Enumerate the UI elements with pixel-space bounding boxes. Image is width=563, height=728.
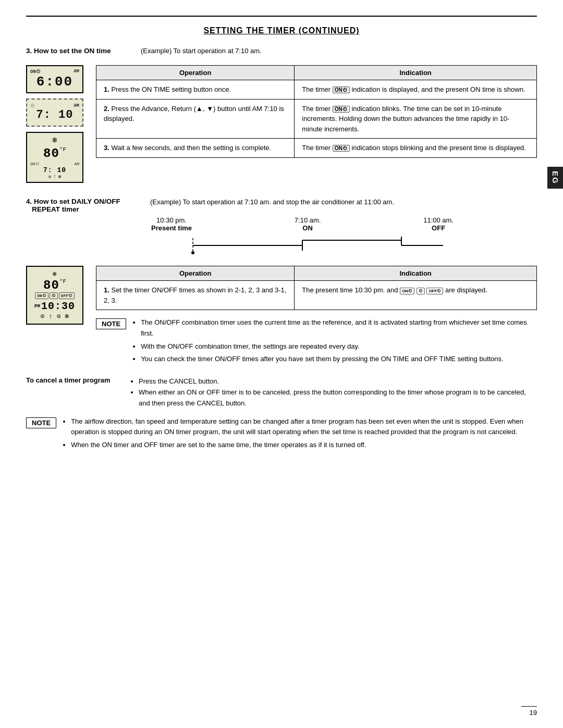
- step1-num-s4: 1.: [104, 286, 109, 294]
- section4-header: 4. How to set DAILY ON/OFF REPEAT timer: [26, 198, 141, 213]
- note-label-1: NOTE: [96, 318, 126, 329]
- timeline-svg: [151, 233, 454, 259]
- note1-item3: You can check the timer ON/OFF times aft…: [141, 354, 537, 365]
- cancel-content: Press the CANCEL button. When either an …: [129, 376, 537, 409]
- on-timer-icon: ON⏲: [333, 87, 350, 93]
- lcd4-pm-area: PM 10:30: [34, 300, 75, 312]
- lcd3-degree: °F: [59, 146, 66, 153]
- lcd3-on-label: ON⏲: [30, 162, 40, 166]
- section3-row3-ind: The timer ON⏲ indication stops blinking …: [295, 139, 537, 158]
- lcd4-icons: ⊙ ↑ ⊙ ❄: [41, 312, 69, 320]
- table-row: 1. Set the timer ON/OFF times as shown i…: [96, 281, 537, 310]
- lcd4-icon1: ⊙: [41, 313, 45, 320]
- section4-example: (Example) To start operation at 7:10 am.…: [150, 198, 394, 206]
- lcd3-bottom: ON⏲ AM: [30, 162, 79, 166]
- step3-num: 3.: [104, 144, 109, 152]
- timeline-label1-top: 10:30 pm.: [156, 216, 187, 224]
- timeline-labels-top: 10:30 pm. Present time 7:10 am. ON 11:00…: [151, 216, 454, 232]
- lcd1-am-label: AM: [74, 69, 79, 75]
- cancel-item2: When either an ON or OFF timer is to be …: [139, 387, 537, 409]
- step2-num: 2.: [104, 105, 109, 113]
- timeline-label-on: 7:10 am. ON: [295, 216, 321, 232]
- lcd2-on-label: ⏲: [30, 103, 35, 109]
- section3-lcd-displays: ON⏲ AM 6:00 ⏲ AM 7: 10 ❄ 80 °F: [26, 65, 83, 183]
- lcd3-am-time: AM: [74, 162, 79, 166]
- lcd4-degree: °F: [59, 278, 66, 285]
- step1-num: 1.: [104, 85, 109, 93]
- lcd3-temp-value: 80: [43, 146, 59, 161]
- note-content-2: The airflow direction, fan speed and tem…: [62, 416, 537, 453]
- top-border: [26, 16, 537, 17]
- lcd3-icon2: ↑: [53, 174, 56, 180]
- lcd3-icon3: ❄: [58, 174, 61, 180]
- timeline-label3-top: 11:00 am.: [423, 216, 454, 224]
- section4-top: 4. How to set DAILY ON/OFF REPEAT timer …: [26, 198, 537, 213]
- lcd4-icon2: ↑: [48, 313, 53, 320]
- lcd2-am-label: AM: [74, 103, 79, 109]
- lcd-display-3: ❄ 80 °F ON⏲ AM 7: 10 ⊙ ↑ ❄: [26, 132, 83, 183]
- section3-header: 3. How to set the ON time: [26, 47, 141, 55]
- cancel-label: To cancel a timer program: [26, 376, 120, 384]
- on-timer-icon-3: ON⏲: [333, 145, 350, 152]
- note-content-1: The ON/OFF combination timer uses the cu…: [131, 317, 537, 367]
- section4-col-operation: Operation: [96, 266, 295, 281]
- lcd4-temp-area: 80 °F: [43, 278, 66, 292]
- section4-col-indication: Indication: [295, 266, 537, 281]
- table-row: 3. Wait a few seconds, and then the sett…: [96, 139, 537, 158]
- timeline-label-present: 10:30 pm. Present time: [151, 216, 192, 232]
- lcd3-icons: ⊙ ↑ ❄: [48, 174, 61, 180]
- svg-point-1: [191, 251, 194, 254]
- note-block-2: NOTE The airflow direction, fan speed an…: [26, 416, 537, 453]
- lcd-display-4: ❄ 80 °F ON⏲ ⏲ OFF⏲ PM 10:30 ⊙ ↑ ⊙ ❄: [26, 266, 83, 325]
- on-timer-badge: ON⏲: [400, 288, 414, 294]
- lcd-display-1: ON⏲ AM 6:00: [26, 65, 83, 93]
- lcd4-pm-label: PM: [34, 304, 40, 309]
- section3-col-operation: Operation: [96, 66, 295, 80]
- table-row: 2. Press the Advance, Return (▲, ▼) butt…: [96, 99, 537, 139]
- lcd3-icon1: ⊙: [48, 174, 51, 180]
- lcd4-timer-badge: ⏲: [50, 292, 58, 299]
- timeline-label3-bottom: OFF: [432, 224, 445, 232]
- timeline-label2-bottom: ON: [302, 224, 313, 232]
- lcd4-time-value: 10:30: [41, 300, 75, 312]
- section4-table-wrap: Operation Indication 1. Set the timer ON…: [96, 266, 537, 367]
- lcd4-icon3: ⊙: [57, 313, 61, 320]
- table-row: 1. Press the ON TIME setting button once…: [96, 80, 537, 100]
- section4-table: Operation Indication 1. Set the timer ON…: [96, 266, 537, 310]
- note-block-1: NOTE The ON/OFF combination timer uses t…: [96, 317, 537, 367]
- section3-row3-op: 3. Wait a few seconds, and then the sett…: [96, 139, 295, 158]
- cancel-section: To cancel a timer program Press the CANC…: [26, 376, 537, 409]
- section4-row1-op: 1. Set the timer ON/OFF times as shown i…: [96, 281, 295, 310]
- section3-row1-ind: The timer ON⏲ indication is displayed, a…: [295, 80, 537, 100]
- page-number: 19: [521, 706, 537, 717]
- off-timer-badge: OFF⏲: [426, 288, 443, 294]
- note2-item1: The airflow direction, fan speed and tem…: [71, 416, 537, 438]
- lcd4-on-badge: ON⏲: [35, 292, 48, 299]
- section4-body: ❄ 80 °F ON⏲ ⏲ OFF⏲ PM 10:30 ⊙ ↑ ⊙ ❄: [26, 266, 537, 367]
- section3-row1-op: 1. Press the ON TIME setting button once…: [96, 80, 295, 100]
- lcd4-snowflake: ❄: [53, 270, 57, 278]
- note-label-2: NOTE: [26, 417, 56, 428]
- lcd4-icon4: ❄: [65, 313, 69, 320]
- lcd3-time-bottom: 7: 10: [43, 166, 66, 174]
- cancel-item1: Press the CANCEL button.: [139, 376, 537, 387]
- lcd2-time: 7: 10: [36, 109, 73, 121]
- section3-body: ON⏲ AM 6:00 ⏲ AM 7: 10 ❄ 80 °F: [26, 65, 537, 183]
- lcd4-off-badge: OFF⏲: [59, 292, 75, 299]
- section4-row1-ind: The present time 10:30 pm. and ON⏲ ⏲ OFF…: [295, 281, 537, 310]
- lcd3-snowflake: ❄: [52, 135, 57, 145]
- on-timer-icon-2: ON⏲: [333, 106, 350, 113]
- timer-badge: ⏲: [417, 288, 425, 294]
- lcd4-temp-value: 80: [43, 278, 59, 292]
- section3-row2-ind: The timer ON⏲ indication blinks. The tim…: [295, 99, 537, 139]
- section3-table-wrap: Operation Indication 1. Press the ON TIM…: [96, 65, 537, 158]
- section3-col-indication: Indication: [295, 66, 537, 80]
- note1-item2: With the ON/OFF combination timer, the s…: [141, 341, 537, 352]
- section3-example: (Example) To start operation at 7:10 am.: [141, 47, 262, 55]
- section3-row2-op: 2. Press the Advance, Return (▲, ▼) butt…: [96, 99, 295, 139]
- lcd4-on-off-row: ON⏲ ⏲ OFF⏲: [35, 292, 75, 299]
- note2-item2: When the ON timer and OFF timer are set …: [71, 440, 537, 451]
- eg-badge: EG: [547, 167, 563, 189]
- timeline-label2-top: 7:10 am.: [295, 216, 321, 224]
- note1-item1: The ON/OFF combination timer uses the cu…: [141, 317, 537, 339]
